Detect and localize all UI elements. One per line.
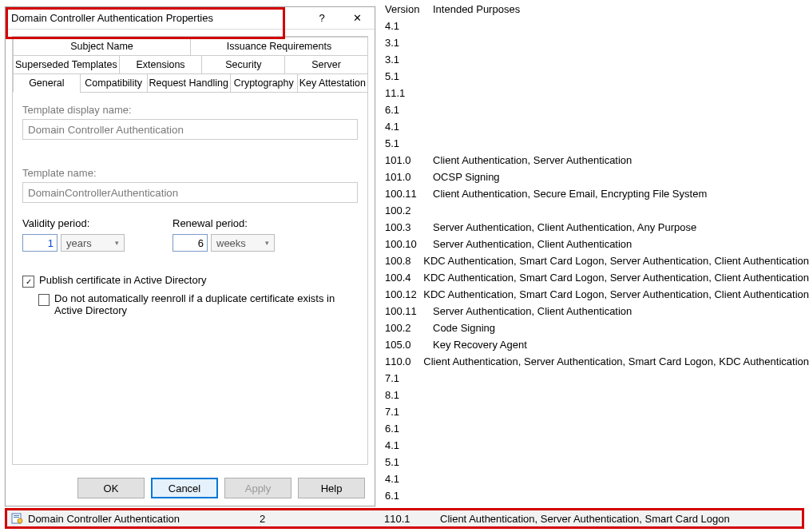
template-name-input (22, 182, 358, 203)
list-row[interactable]: 110.0Client Authentication, Server Authe… (375, 353, 809, 370)
publish-label: Publish certificate in Active Directory (39, 274, 207, 286)
row-version: 5.1 (385, 456, 433, 468)
list-row[interactable]: 4.1 (375, 118, 809, 135)
svg-point-3 (18, 518, 22, 523)
renewal-value-input[interactable] (173, 234, 208, 252)
list-row[interactable]: 100.8KDC Authentication, Smart Card Logo… (375, 252, 809, 269)
svg-rect-1 (14, 515, 19, 516)
list-row[interactable]: 11.1 (375, 85, 809, 101)
row-version: 100.8 (385, 255, 423, 267)
list-row[interactable]: 3.1 (375, 34, 809, 51)
row-version: 5.1 (385, 70, 433, 82)
list-row[interactable]: 100.11Client Authentication, Secure Emai… (375, 185, 809, 202)
tab-extensions[interactable]: Extensions (119, 56, 202, 74)
selected-template-row[interactable]: Domain Controller Authentication 2 110.1… (5, 508, 804, 529)
help-button[interactable]: Help (298, 478, 365, 498)
row-version: 7.1 (385, 372, 433, 384)
tab-compatibility[interactable]: Compatibility (80, 74, 147, 93)
row-version: 100.12 (385, 288, 423, 300)
list-row[interactable]: 7.1 (375, 403, 809, 420)
dialog-tabs: Subject NameIssuance Requirements Supers… (12, 36, 368, 93)
row-version: 100.11 (385, 305, 433, 317)
list-row[interactable]: 100.11Server Authentication, Client Auth… (375, 303, 809, 320)
templates-list[interactable]: Version Intended Purposes 4.13.13.15.111… (375, 0, 809, 503)
row-version: 4.1 (385, 121, 433, 133)
display-name-input (22, 119, 358, 140)
list-row[interactable]: 6.1 (375, 420, 809, 437)
properties-dialog: Domain Controller Authentication Propert… (5, 6, 375, 506)
list-row[interactable]: 4.1 (375, 18, 809, 34)
list-row[interactable]: 100.10Server Authentication, Client Auth… (375, 236, 809, 252)
validity-unit-text: years (66, 237, 92, 249)
row-version: 4.1 (385, 473, 433, 485)
row-purposes: KDC Authentication, Smart Card Logon, Se… (423, 272, 809, 284)
renewal-unit-text: weeks (216, 237, 246, 249)
row-version: 7.1 (385, 406, 433, 418)
renewal-label: Renewal period: (173, 217, 275, 229)
selected-version: 110.1 (384, 513, 440, 525)
ok-button[interactable]: OK (77, 478, 145, 498)
list-row[interactable]: 100.12KDC Authentication, Smart Card Log… (375, 286, 809, 303)
dialog-close-button[interactable]: ✕ (339, 7, 375, 29)
list-row[interactable]: 100.2Code Signing (375, 320, 809, 336)
row-purposes: Client Authentication, Server Authentica… (423, 355, 809, 367)
list-row[interactable]: 100.2 (375, 202, 809, 219)
cancel-button[interactable]: Cancel (151, 478, 218, 498)
certificate-icon (10, 511, 25, 526)
list-row[interactable]: 5.1 (375, 68, 809, 85)
row-version: 100.4 (385, 272, 423, 284)
tab-server[interactable]: Server (284, 56, 367, 74)
row-purposes: Server Authentication, Client Authentica… (433, 305, 809, 317)
row-purposes: Server Authentication, Client Authentica… (433, 221, 809, 233)
general-panel: Template display name: Template name: Va… (12, 93, 368, 465)
list-row[interactable]: 6.1 (375, 101, 809, 118)
dialog-title: Domain Controller Authentication Propert… (6, 12, 304, 24)
list-row[interactable]: 4.1 (375, 470, 809, 487)
col-purposes-header: Intended Purposes (433, 3, 809, 15)
row-version: 6.1 (385, 104, 433, 116)
publish-checkbox[interactable]: ✓ (22, 276, 34, 288)
row-version: 110.0 (385, 355, 423, 367)
tab-key-attestation[interactable]: Key Attestation (297, 74, 367, 93)
tab-cryptography[interactable]: Cryptography (230, 74, 297, 93)
tab-superseded-templates[interactable]: Superseded Templates (13, 56, 119, 74)
row-version: 101.0 (385, 171, 433, 183)
selected-name: Domain Controller Authentication (28, 513, 260, 525)
validity-value-input[interactable] (22, 234, 58, 252)
no-reenroll-checkbox[interactable] (38, 294, 50, 306)
list-row[interactable]: 8.1 (375, 387, 809, 403)
list-row[interactable]: 7.1 (375, 370, 809, 387)
row-purposes: OCSP Signing (433, 171, 809, 183)
row-version: 100.11 (385, 188, 433, 200)
tab-issuance-requirements[interactable]: Issuance Requirements (190, 37, 367, 56)
row-version: 6.1 (385, 423, 433, 435)
tab-request-handling[interactable]: Request Handling (147, 74, 230, 93)
dialog-titlebar[interactable]: Domain Controller Authentication Propert… (6, 7, 375, 30)
list-row[interactable]: 3.1 (375, 51, 809, 68)
dialog-button-bar: OK Cancel Apply Help (6, 470, 375, 506)
list-row[interactable]: 5.1 (375, 454, 809, 470)
tab-subject-name[interactable]: Subject Name (13, 37, 190, 56)
svg-rect-2 (14, 517, 19, 518)
renewal-unit-select[interactable]: weeks ▾ (211, 234, 275, 252)
list-header: Version Intended Purposes (375, 0, 809, 18)
tab-security[interactable]: Security (201, 56, 284, 74)
selected-purposes: Client Authentication, Server Authentica… (440, 513, 802, 525)
list-row[interactable]: 100.3Server Authentication, Client Authe… (375, 219, 809, 236)
row-version: 100.2 (385, 322, 433, 334)
dialog-help-button[interactable]: ? (304, 7, 339, 29)
list-row[interactable]: 101.0OCSP Signing (375, 169, 809, 185)
validity-unit-select[interactable]: years ▾ (61, 234, 125, 252)
row-version: 100.10 (385, 238, 433, 250)
tab-general[interactable]: General (13, 74, 80, 93)
validity-label: Validity period: (22, 217, 125, 229)
list-row[interactable]: 101.0Client Authentication, Server Authe… (375, 152, 809, 169)
list-row[interactable]: 5.1 (375, 135, 809, 152)
list-row[interactable]: 6.1 (375, 487, 809, 503)
row-purposes: Server Authentication, Client Authentica… (433, 238, 809, 250)
list-row[interactable]: 100.4KDC Authentication, Smart Card Logo… (375, 269, 809, 286)
row-version: 4.1 (385, 20, 433, 32)
row-purposes: KDC Authentication, Smart Card Logon, Se… (423, 288, 809, 300)
list-row[interactable]: 4.1 (375, 437, 809, 454)
list-row[interactable]: 105.0Key Recovery Agent (375, 336, 809, 353)
